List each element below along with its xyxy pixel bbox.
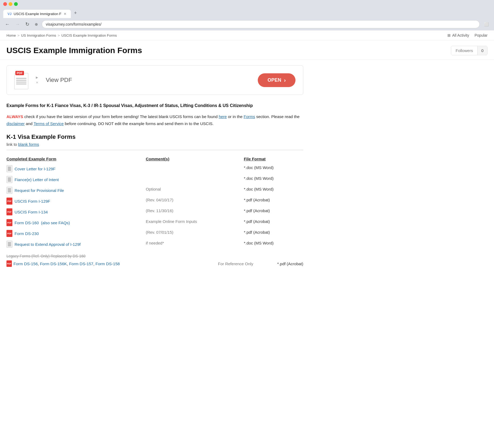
page-content: PDF ▶ ✕ View PDF OPEN › Example Forms fo…	[0, 60, 310, 273]
legacy-comment: For Reference Only	[218, 261, 277, 266]
format-cell-1: *.doc (MS Word)	[244, 174, 303, 185]
blank-forms-link[interactable]: blank forms	[18, 142, 39, 147]
ad-tag-2: ✕	[36, 81, 38, 84]
here-link[interactable]: here	[219, 114, 227, 119]
reload-button[interactable]: ↻	[24, 20, 31, 28]
comment-cell-5: Example Online Form Inputs	[146, 217, 244, 228]
close-traffic-light[interactable]	[3, 2, 7, 6]
form-link-2[interactable]: Request for Provisional File	[15, 188, 64, 193]
description-body: ALWAYS check if you have the latest vers…	[6, 113, 303, 127]
followers-label: Followers	[451, 46, 477, 55]
form-link-6[interactable]: Form DS-230	[15, 231, 39, 236]
form-link-0[interactable]: Cover Letter for I-129F	[15, 167, 55, 171]
forms-table: Completed Example Form Comment(s) File F…	[6, 154, 303, 250]
form-link-3[interactable]: USCIS Form I-129F	[15, 199, 50, 204]
page-header: USCIS Example Immigration Forms Follower…	[0, 40, 494, 60]
desc-body-5: before continuing. DO NOT edit the examp…	[65, 121, 214, 126]
popular-label[interactable]: Popular	[475, 33, 488, 37]
minimize-traffic-light[interactable]	[9, 2, 12, 6]
tab-title: USCIS Example Immigration F	[14, 12, 61, 16]
breadcrumb-bar: Home > US Immigration Forms > USCIS Exam…	[0, 30, 494, 40]
legacy-comma-2: ,	[93, 261, 94, 266]
comment-cell-2: Optional	[146, 185, 244, 196]
always-text: ALWAYS	[6, 114, 23, 119]
form-name-cell-1: Fiance(e) Letter of Intent	[6, 174, 146, 185]
pdf-badge: PDF	[15, 71, 24, 75]
legacy-link-2[interactable]: Form DS-157	[69, 261, 93, 266]
form-link-7[interactable]: Request to Extend Approval of I-129f	[15, 242, 81, 247]
legacy-comma-1: ,	[67, 261, 68, 266]
legacy-link-0[interactable]: Form DS-156	[13, 261, 38, 266]
breadcrumb-sep-2: >	[58, 33, 60, 37]
page: Home > US Immigration Forms > USCIS Exam…	[0, 30, 494, 448]
format-cell-4: *.pdf (Acrobat)	[244, 206, 303, 217]
form-name-cell-6: PDFForm DS-230	[6, 228, 146, 239]
file-icon-5: PDF	[6, 219, 12, 226]
all-activity-label: All Activity	[452, 33, 469, 37]
table-row: PDFUSCIS Form I-134(Rev. 11/30/16)*.pdf …	[6, 206, 303, 217]
form-name-cell-3: PDFUSCIS Form I-129F	[6, 196, 146, 206]
pdf-label: View PDF	[46, 77, 252, 84]
back-button[interactable]: ←	[3, 20, 11, 28]
table-row: Fiance(e) Letter of Intent*.doc (MS Word…	[6, 174, 303, 185]
disclaimer-link[interactable]: disclaimer	[6, 121, 25, 126]
tab-favicon: VJ	[8, 12, 12, 16]
active-tab[interactable]: VJ USCIS Example Immigration F ✕	[3, 10, 71, 18]
form-name-extra-5: (also see FAQs)	[41, 220, 70, 225]
format-cell-3: *.pdf (Acrobat)	[244, 196, 303, 206]
table-row: PDFForm DS-230(Rev. 07/01/15)*.pdf (Acro…	[6, 228, 303, 239]
legacy-section: Legacy Forms (Ref. Only) Replaced by DS-…	[6, 250, 303, 268]
form-link-4[interactable]: USCIS Form I-134	[15, 210, 48, 214]
open-pdf-button[interactable]: OPEN ›	[258, 73, 295, 87]
table-row: Request for Provisional FileOptional*.do…	[6, 185, 303, 196]
form-name-cell-2: Request for Provisional File	[6, 185, 146, 196]
file-icon-4: PDF	[6, 208, 12, 215]
pdf-line-2	[16, 80, 26, 81]
all-activity-icon: ⊞	[447, 33, 451, 37]
form-name-cell-4: PDFUSCIS Form I-134	[6, 206, 146, 217]
file-icon-7	[6, 241, 12, 248]
legacy-link-1[interactable]: Form DS-156K	[40, 261, 67, 266]
comment-cell-0	[146, 163, 244, 174]
open-btn-arrow: ›	[284, 77, 286, 83]
address-bar[interactable]: visajourney.com/forms/examples/	[42, 20, 480, 28]
form-faq-link[interactable]: also see FAQs	[42, 220, 69, 225]
table-row: Cover Letter for I-129F*.doc (MS Word)	[6, 163, 303, 174]
breadcrumb-us-immigration[interactable]: US Immigration Forms	[21, 33, 56, 37]
form-link-1[interactable]: Fiance(e) Letter of Intent	[15, 177, 59, 182]
breadcrumb-home[interactable]: Home	[6, 33, 16, 37]
pdf-icon-wrapper: PDF	[14, 71, 28, 89]
cast-icon: ⬜	[482, 21, 491, 27]
format-cell-7: *.doc (MS Word)	[244, 239, 303, 250]
site-info-button[interactable]: ⊕	[33, 21, 40, 27]
col-header-form: Completed Example Form	[6, 154, 146, 163]
desc-body-4: and	[26, 121, 34, 126]
forms-link[interactable]: Forms	[244, 114, 255, 119]
desc-body-2: or in the	[228, 114, 243, 119]
tos-link[interactable]: Terms of Service	[34, 121, 64, 126]
form-link-5[interactable]: Form DS-160	[15, 220, 39, 225]
file-icon-0	[6, 165, 12, 172]
col-header-comments: Comment(s)	[146, 154, 244, 163]
blank-forms-prefix: link to	[6, 142, 18, 147]
breadcrumb-current: USCIS Example Immigration Forms	[61, 33, 117, 37]
tab-close-button[interactable]: ✕	[64, 12, 67, 16]
section-divider	[6, 150, 303, 150]
fullscreen-traffic-light[interactable]	[14, 2, 18, 6]
all-activity-link[interactable]: ⊞ All Activity	[447, 33, 469, 37]
pdf-line-4	[16, 84, 26, 84]
url-text: visajourney.com/forms/examples/	[46, 22, 102, 26]
forward-button[interactable]: →	[13, 20, 22, 28]
file-icon-6: PDF	[6, 230, 12, 237]
pdf-lines-icon	[14, 73, 28, 89]
legacy-link-3[interactable]: Form DS-158	[96, 261, 120, 266]
breadcrumb: Home > US Immigration Forms > USCIS Exam…	[6, 33, 117, 37]
file-icon-3: PDF	[6, 198, 12, 205]
traffic-lights	[3, 2, 491, 6]
format-cell-2: *.doc (MS Word)	[244, 185, 303, 196]
format-cell-0: *.doc (MS Word)	[244, 163, 303, 174]
new-tab-button[interactable]: +	[71, 8, 80, 18]
table-row: Request to Extend Approval of I-129fif n…	[6, 239, 303, 250]
form-name-cell-0: Cover Letter for I-129F	[6, 163, 146, 174]
browser-chrome: VJ USCIS Example Immigration F ✕ +	[0, 0, 494, 18]
